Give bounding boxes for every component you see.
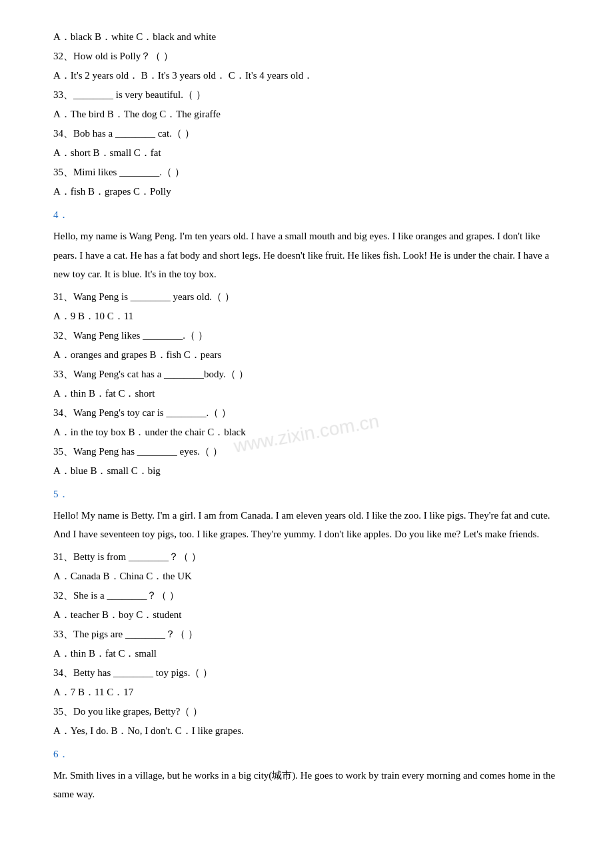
options-line: A．9 B．10 C．11 [53,307,560,325]
options-line: A．The bird B．The dog C．The giraffe [53,105,560,123]
options-line: A．oranges and grapes B．fish C．pears [53,346,560,364]
passage-text: Hello! My name is Betty. I'm a girl. I a… [53,506,560,544]
options-line: A．thin B．fat C．small [53,645,560,663]
section-number: 6． [53,745,560,763]
options-line: A．fish B．grapes C．Polly [53,183,560,201]
question-line: 34、Wang Peng's toy car is ________.（ ） [53,404,560,422]
question-line: 32、She is a ________？（ ） [53,587,560,605]
options-line: A．7 B．11 C．17 [53,683,560,701]
options-line: A．short B．small C．fat [53,144,560,162]
options-line: A．blue B．small C．big [53,462,560,480]
question-line: 31、Wang Peng is ________ years old.（ ） [53,288,560,306]
options-line: A．teacher B．boy C．student [53,606,560,624]
passage-text: Mr. Smith lives in a village, but he wor… [53,766,560,804]
question-line: 31、Betty is from ________？（ ） [53,548,560,566]
passage-text: Hello, my name is Wang Peng. I'm ten yea… [53,227,560,284]
question-line: 34、Betty has ________ toy pigs.（ ） [53,664,560,682]
question-line: 33、________ is very beautiful.（ ） [53,86,560,104]
options-line: A．Canada B．China C．the UK [53,567,560,585]
question-line: 35、Mimi likes ________.（ ） [53,163,560,181]
section-number: 4． [53,206,560,224]
options-line: A．It's 2 years old． B．It's 3 years old． … [53,67,560,85]
options-line: A．thin B．fat C．short [53,385,560,403]
question-line: 32、Wang Peng likes ________.（ ） [53,327,560,345]
section-number: 5． [53,485,560,503]
question-line: 34、Bob has a ________ cat.（ ） [53,125,560,143]
options-line: A．in the toy box B．under the chair C．bla… [53,423,560,441]
main-content: A．black B．white C．black and white32、How … [53,28,560,804]
question-line: 33、Wang Peng's cat has a ________body.（ … [53,365,560,383]
options-line: A．Yes, I do. B．No, I don't. C．I like gra… [53,722,560,740]
question-line: 35、Do you like grapes, Betty?（ ） [53,703,560,721]
question-line: 33、The pigs are ________？（ ） [53,625,560,643]
question-line: 35、Wang Peng has ________ eyes.（ ） [53,443,560,461]
question-line: 32、How old is Polly？（ ） [53,47,560,65]
options-line: A．black B．white C．black and white [53,28,560,46]
